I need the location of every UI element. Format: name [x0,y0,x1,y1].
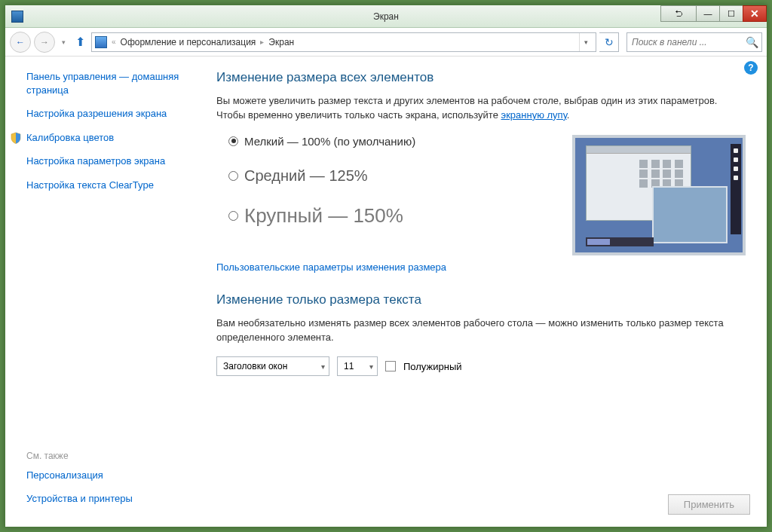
search-icon[interactable]: 🔍 [746,36,758,48]
window: Экран ⮌ — ☐ ✕ ← → ▾ ⬆ « Оформление и пер… [5,5,767,527]
help-glyph-icon: ⮌ [675,9,683,18]
apply-button[interactable]: Применить [668,494,750,515]
back-icon: ← [16,37,25,47]
location-icon [95,36,107,48]
close-button[interactable]: ✕ [743,5,767,22]
sidebar-footer: См. также Персонализация Устройства и пр… [26,451,192,518]
titlebar: Экран ⮌ — ☐ ✕ [5,5,767,28]
address-bar[interactable]: « Оформление и персонализация ▸ Экран ▾ [91,32,596,52]
bold-label: Полужирный [403,361,462,372]
breadcrumb-item[interactable]: Экран [268,37,294,47]
radio-medium[interactable]: Средний — 125% [228,167,550,185]
address-dropdown[interactable]: ▾ [579,33,593,51]
apply-row: Применить [668,494,750,515]
radio-icon [228,211,238,221]
preview-window-2 [652,186,728,243]
close-icon: ✕ [750,8,759,20]
window-title: Экран [373,11,399,22]
refresh-icon: ↻ [605,36,614,48]
radio-large[interactable]: Крупный — 150% [228,204,550,228]
text-size-controls: Заголовки окон 11 Полужирный [216,356,746,376]
sidebar: Панель управления — домашняя страница На… [5,57,201,527]
radio-icon [228,136,238,146]
back-button[interactable]: ← [10,32,31,53]
radio-label: Средний — 125% [244,167,368,185]
sidebar-calibration-link[interactable]: Калибровка цветов [26,131,192,145]
description-text-2: Вам необязательно изменять размер всех э… [216,316,746,345]
preview-taskbar [586,237,654,246]
radio-icon [228,171,238,181]
breadcrumb-item[interactable]: Оформление и персонализация [121,37,256,47]
maximize-icon: ☐ [728,9,735,19]
minimize-icon: — [704,9,712,18]
custom-sizing-link[interactable]: Пользовательские параметры изменения раз… [216,261,446,273]
window-controls: ⮌ — ☐ ✕ [661,5,767,22]
breadcrumb-sep-icon: « [112,38,116,46]
radio-small[interactable]: Мелкий — 100% (по умолчанию) [228,135,550,148]
minimize-button[interactable]: — [696,5,720,22]
help-button[interactable]: ⮌ [660,5,697,22]
app-icon [11,11,23,23]
help-icon[interactable]: ? [744,61,758,75]
toolbar: ← → ▾ ⬆ « Оформление и персонализация ▸ … [5,28,767,57]
body: Панель управления — домашняя страница На… [5,57,767,527]
size-select[interactable]: 11 [337,356,378,376]
sidebar-display-link[interactable]: Настройка параметров экрана [26,154,192,168]
sidebar-resolution-link[interactable]: Настройка разрешения экрана [26,107,192,121]
section-heading-2: Изменение только размера текста [216,292,746,307]
main-content: ? Изменение размера всех элементов Вы мо… [201,57,767,527]
see-also-heading: См. также [26,451,192,461]
footer-devices-link[interactable]: Устройства и принтеры [26,492,192,506]
magnifier-link[interactable]: экранную лупу [501,109,567,121]
up-icon: ⬆ [75,35,85,49]
preview-sidebar [731,144,741,234]
sidebar-cleartype-link[interactable]: Настройка текста ClearType [26,179,192,192]
size-options-row: Мелкий — 100% (по умолчанию) Средний — 1… [216,135,746,255]
breadcrumb-sep-icon: ▸ [260,38,264,46]
forward-icon: → [40,37,49,47]
shield-icon [10,132,22,144]
sidebar-item-label: Калибровка цветов [26,132,114,143]
history-dropdown[interactable]: ▾ [58,35,69,50]
search-box[interactable]: 🔍 [626,32,762,52]
preview-image [572,135,746,255]
bold-checkbox[interactable] [385,361,396,371]
select-value: 11 [344,361,354,371]
sidebar-home-link[interactable]: Панель управления — домашняя страница [26,70,192,96]
refresh-button[interactable]: ↻ [599,32,619,52]
radio-label: Крупный — 150% [244,204,403,228]
search-input[interactable] [632,37,746,47]
element-select[interactable]: Заголовки окон [216,356,329,376]
up-button[interactable]: ⬆ [72,34,88,50]
radio-label: Мелкий — 100% (по умолчанию) [244,135,415,148]
maximize-button[interactable]: ☐ [719,5,743,22]
footer-personalization-link[interactable]: Персонализация [26,469,192,482]
radio-group: Мелкий — 100% (по умолчанию) Средний — 1… [216,135,550,247]
select-value: Заголовки окон [223,361,287,371]
forward-button[interactable]: → [34,32,55,53]
description-text: Вы можете увеличить размер текста и друг… [216,94,746,123]
section-heading: Изменение размера всех элементов [216,70,746,85]
desc-text-a: Вы можете увеличить размер текста и друг… [216,95,717,121]
desc-text-b: . [567,109,570,121]
